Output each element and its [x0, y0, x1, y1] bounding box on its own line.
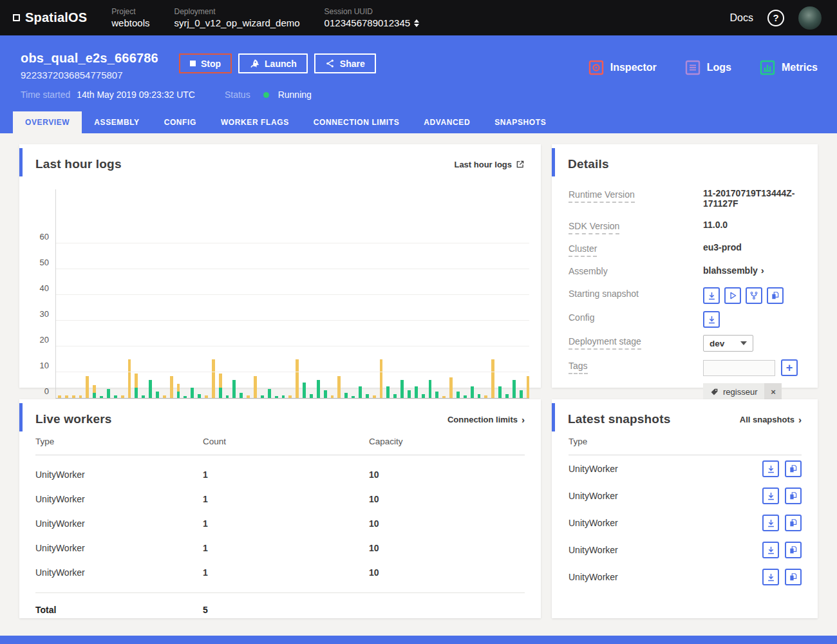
tab-snapshots[interactable]: SNAPSHOTS — [482, 111, 558, 133]
snapshot-download-button[interactable] — [762, 460, 779, 477]
connection-limits-link[interactable]: Connection limits › — [447, 414, 525, 425]
remove-tag-button[interactable]: × — [764, 383, 782, 400]
table-row: UnityWorker 1 10 — [35, 480, 525, 504]
live-workers-table: Type Count Capacity UnityWorker 1 10 Uni… — [19, 426, 541, 630]
snapshot-copy-button[interactable] — [785, 515, 802, 531]
launch-button[interactable]: Launch — [238, 53, 308, 73]
session-uuid-label: Session UUID — [324, 7, 419, 16]
worker-count: 1 — [203, 494, 369, 504]
column-header-type: Type — [569, 437, 802, 455]
config-download-button[interactable] — [703, 311, 720, 328]
inspector-link[interactable]: Inspector — [588, 60, 657, 75]
deployment-label: Deployment — [174, 7, 299, 16]
session-uuid-selector-icon[interactable] — [414, 19, 419, 27]
download-icon — [766, 518, 776, 528]
card-accent-bar — [552, 148, 555, 176]
page-title: obs_qual_e2s_666786 — [21, 51, 158, 66]
column-header-capacity: Capacity — [369, 437, 525, 446]
list-item: UnityWorker — [569, 455, 802, 482]
logs-link-label: Logs — [707, 62, 731, 73]
chart-bar — [359, 386, 362, 398]
chart-bar — [261, 395, 264, 398]
assembly-link[interactable]: blahssembly › — [703, 265, 764, 276]
chart-bar — [240, 393, 243, 398]
stop-button[interactable]: Stop — [179, 53, 232, 73]
docs-link[interactable]: Docs — [730, 12, 753, 24]
logs-link[interactable]: Logs — [685, 60, 731, 75]
deployment-stage-select[interactable]: dev — [703, 335, 753, 352]
add-tag-button[interactable]: + — [781, 359, 798, 376]
logs-chart-bars — [58, 359, 529, 398]
chevron-right-icon: › — [761, 265, 764, 276]
tab-assembly[interactable]: ASSEMBLY — [82, 111, 151, 133]
logs-chart: 0102030405060 — [27, 189, 529, 399]
total-label: Total — [35, 605, 203, 615]
spatialos-logo[interactable]: SpatialOS — [13, 10, 87, 25]
snapshot-copy-button[interactable] — [785, 542, 802, 558]
snapshot-copy-button[interactable] — [767, 287, 784, 304]
list-item: UnityWorker — [569, 564, 802, 591]
status-badge: Running — [278, 90, 312, 100]
chart-bar — [65, 395, 68, 398]
chart-bar — [163, 395, 166, 398]
snapshot-copy-button[interactable] — [785, 460, 802, 477]
snapshot-download-button[interactable] — [703, 287, 720, 304]
share-button[interactable]: Share — [314, 53, 376, 73]
chart-bar — [232, 380, 236, 398]
worker-capacity: 10 — [369, 567, 525, 578]
tags-row: Tags + regisseur × — [569, 359, 802, 400]
chart-bar — [520, 390, 523, 398]
all-snapshots-link[interactable]: All snapshots › — [740, 414, 802, 425]
deployment-value[interactable]: syrj_0_v12_op_wizard_demo — [174, 17, 299, 28]
snapshot-download-button[interactable] — [762, 515, 779, 531]
worker-type: UnityWorker — [35, 469, 203, 480]
metrics-link-label: Metrics — [782, 62, 818, 73]
snapshot-play-button[interactable] — [724, 287, 741, 304]
snapshot-download-button[interactable] — [762, 488, 779, 504]
tab-config[interactable]: CONFIG — [152, 111, 209, 133]
copy-icon — [789, 518, 798, 527]
tab-overview[interactable]: OVERVIEW — [13, 111, 82, 133]
play-icon — [728, 291, 737, 300]
copy-icon — [789, 491, 798, 500]
chart-bar — [471, 386, 474, 398]
project-value[interactable]: webtools — [111, 17, 149, 28]
tag-input[interactable] — [703, 360, 775, 376]
user-avatar[interactable] — [798, 6, 822, 30]
chart-bar — [366, 394, 369, 398]
chart-bar — [135, 374, 138, 398]
rocket-icon — [249, 59, 259, 69]
fork-icon — [749, 291, 758, 300]
y-tick-label: 20 — [40, 335, 49, 345]
status-running-dot — [263, 92, 269, 98]
copy-icon — [789, 573, 798, 582]
snapshot-download-button[interactable] — [762, 542, 779, 558]
table-row: UnityWorker 1 10 — [35, 504, 525, 529]
cluster-value: eu3-prod — [703, 242, 742, 252]
tab-worker-flags[interactable]: WORKER FLAGS — [209, 111, 301, 133]
last-hour-logs-link[interactable]: Last hour logs — [454, 160, 525, 169]
top-bar: SpatialOS Project webtools Deployment sy… — [0, 0, 837, 35]
snapshot-fork-button[interactable] — [746, 287, 762, 304]
card-accent-bar — [19, 403, 23, 431]
tab-connection-limits[interactable]: CONNECTION LIMITS — [301, 111, 412, 133]
chart-bar — [288, 395, 292, 398]
chart-bar — [527, 376, 530, 398]
metrics-icon — [760, 60, 775, 75]
chart-bar — [114, 395, 117, 398]
time-started-label: Time started — [21, 90, 70, 100]
metrics-link[interactable]: Metrics — [760, 60, 818, 75]
live-workers-rows: UnityWorker 1 10 UnityWorker 1 10 UnityW… — [35, 455, 525, 578]
snapshot-download-button[interactable] — [762, 569, 779, 585]
snapshot-copy-button[interactable] — [785, 488, 802, 504]
gridline — [56, 346, 529, 346]
tag-icon — [710, 388, 719, 396]
card-accent-bar — [552, 403, 555, 431]
chart-bar — [449, 377, 453, 398]
snapshot-copy-button[interactable] — [785, 569, 802, 585]
last-hour-logs-link-label: Last hour logs — [454, 160, 512, 169]
live-workers-title: Live workers — [35, 412, 112, 426]
help-icon[interactable]: ? — [767, 10, 784, 26]
chart-bar — [331, 395, 334, 398]
tab-advanced[interactable]: ADVANCED — [411, 111, 482, 133]
